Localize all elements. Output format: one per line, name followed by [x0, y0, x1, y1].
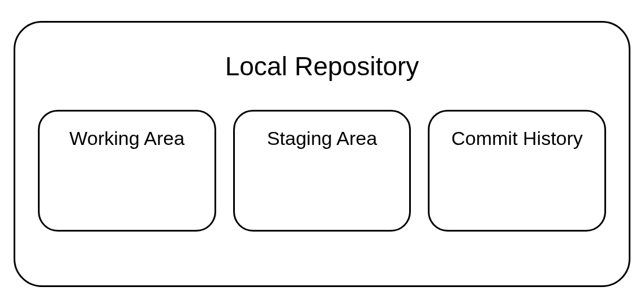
staging-area-box: Staging Area	[233, 110, 411, 232]
commit-history-box: Commit History	[428, 110, 606, 232]
local-repository-container: Local Repository Working Area Staging Ar…	[14, 21, 630, 287]
staging-area-label: Staging Area	[267, 127, 377, 149]
inner-boxes-row: Working Area Staging Area Commit History	[32, 110, 612, 232]
commit-history-label: Commit History	[452, 127, 583, 149]
diagram-title: Local Repository	[225, 51, 419, 82]
working-area-label: Working Area	[70, 127, 184, 149]
working-area-box: Working Area	[38, 110, 216, 232]
